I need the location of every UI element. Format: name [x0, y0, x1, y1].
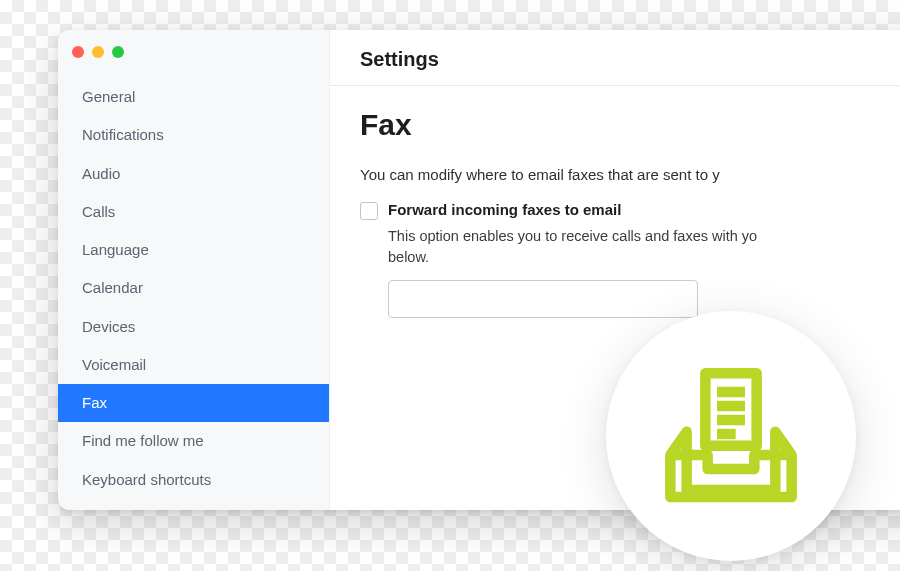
- fax-settings-content: Fax You can modify where to email faxes …: [330, 86, 900, 340]
- sidebar-item-notifications[interactable]: Notifications: [58, 116, 329, 154]
- minimize-window-button[interactable]: [92, 46, 104, 58]
- sidebar-item-devices[interactable]: Devices: [58, 308, 329, 346]
- sidebar-item-language[interactable]: Language: [58, 231, 329, 269]
- main-header: Settings: [330, 30, 900, 86]
- fax-badge: [606, 311, 856, 561]
- forward-fax-description-line1: This option enables you to receive calls…: [388, 228, 757, 244]
- sidebar-item-audio[interactable]: Audio: [58, 155, 329, 193]
- sidebar-item-keyboard-shortcuts[interactable]: Keyboard shortcuts: [58, 461, 329, 499]
- window-controls: [58, 40, 329, 72]
- forward-fax-description-line2: below.: [388, 249, 429, 265]
- forward-fax-checkbox[interactable]: [360, 202, 378, 220]
- sidebar-item-calendar[interactable]: Calendar: [58, 269, 329, 307]
- maximize-window-button[interactable]: [112, 46, 124, 58]
- settings-nav: General Notifications Audio Calls Langua…: [58, 72, 329, 499]
- sidebar-item-fax[interactable]: Fax: [58, 384, 329, 422]
- forward-fax-checkbox-label: Forward incoming faxes to email: [388, 201, 621, 218]
- sidebar-item-find-me-follow-me[interactable]: Find me follow me: [58, 422, 329, 460]
- sidebar-item-calls[interactable]: Calls: [58, 193, 329, 231]
- forward-fax-description: This option enables you to receive calls…: [388, 226, 900, 268]
- section-title: Fax: [360, 108, 900, 142]
- sidebar: General Notifications Audio Calls Langua…: [58, 30, 330, 510]
- intro-text: You can modify where to email faxes that…: [360, 166, 900, 183]
- fax-inbox-icon: [661, 364, 801, 508]
- page-title: Settings: [360, 48, 900, 71]
- forward-fax-option: Forward incoming faxes to email: [360, 201, 900, 220]
- close-window-button[interactable]: [72, 46, 84, 58]
- sidebar-item-general[interactable]: General: [58, 78, 329, 116]
- forward-fax-email-input[interactable]: [388, 280, 698, 318]
- sidebar-item-voicemail[interactable]: Voicemail: [58, 346, 329, 384]
